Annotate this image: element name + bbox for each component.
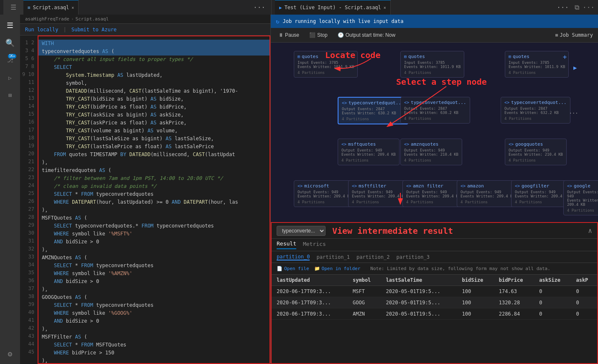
node-icon-goog: <> [567, 184, 572, 188]
node-stats-googq: Output Events: 949 [509, 148, 563, 152]
right-more-icon[interactable]: ··· [583, 3, 595, 11]
stop-label: Stop [317, 32, 328, 38]
partition-tab-2[interactable]: partition_2 [356, 254, 389, 260]
run-locally-btn[interactable]: Run locally [25, 27, 58, 33]
activity-settings[interactable]: ⚙ [3, 346, 17, 361]
node-part-msftq: 4 Partitions [341, 158, 396, 162]
node-stats-ms: Output Events: 949 [298, 190, 352, 194]
node-label-amznq: amznquotes [411, 142, 438, 147]
node-msftfilter[interactable]: <>msftfilter Output Events: 949 Events W… [348, 180, 410, 207]
node-label-msftf: msftfilter [359, 183, 386, 189]
partition-tab-0[interactable]: partition_0 [277, 254, 310, 260]
open-folder-btn[interactable]: 📁 Open in folder [314, 266, 361, 271]
node-quotes-3[interactable]: ⊞quotes Input Events: 3785 Events Writte… [505, 51, 569, 78]
cell-bidSize: 100 [457, 308, 494, 320]
node-amznfilter[interactable]: <>amzn filter Output Events: 949 Events … [402, 180, 464, 207]
node-icon-googq: <> [509, 142, 514, 147]
node-label-ms: microsoft [304, 183, 329, 189]
node-stats-msftf: Output Events: 949 [352, 190, 406, 194]
node-typeconv-selected[interactable]: <>typeconvertedquot... Output Events: 28… [338, 97, 408, 124]
live-tab-close[interactable]: × [384, 5, 386, 10]
node-amznquotes[interactable]: <>amznquotes Output Events: 949 Events W… [400, 139, 462, 165]
node-typeconv-3[interactable]: <>typeconvertedquot... Output Events: 28… [501, 97, 570, 124]
job-summary-button[interactable]: ≡ Job Summary [555, 32, 593, 38]
node-msftquotes[interactable]: <>msftquotes Output Events: 949 Events W… [338, 139, 400, 165]
node-written-q2: Events Written: 1011.9 KB [404, 65, 461, 69]
main-layout: ☰ 🔍 ⎇ ▷ ⊞ ⚙ asaHighFreqTrade › Script.as… [0, 15, 598, 364]
script-tab-close[interactable]: × [71, 5, 74, 10]
activity-search[interactable]: 🔍 [3, 35, 17, 50]
job-summary-label: Job Summary [560, 32, 593, 38]
cell-lastUpdated: 2020-06-17T09:3... [272, 308, 348, 320]
partition-tab-3[interactable]: partition_3 [396, 254, 429, 260]
node-stats-q2: Input Events: 3785 [404, 61, 461, 65]
script-tab-icon: ≡ [28, 5, 31, 10]
stop-button[interactable]: ⬛ Stop [307, 31, 330, 39]
left-tab-more[interactable]: ··· [251, 3, 268, 11]
node-part-q2: 4 Partitions [404, 71, 461, 75]
node-part-googq: 4 Partitions [509, 158, 563, 162]
submit-azure-btn[interactable]: Submit to Azure [71, 27, 117, 33]
activity-extensions[interactable]: ⊞ [3, 88, 17, 102]
activity-debug[interactable]: ▷ [3, 71, 17, 85]
right-tab-more[interactable]: ··· [554, 3, 571, 11]
activity-source-control[interactable]: ⎇ [3, 53, 17, 67]
diagram-area[interactable]: Locate code Select a step node [271, 43, 598, 222]
node-part-tc3: 4 Partitions [504, 116, 567, 121]
node-written-amznq: Events Written: 210.4 KB [404, 152, 458, 157]
result-tabs: Result Metrics [272, 239, 597, 251]
node-written-tc3: Events Written: 632.2 KB [504, 111, 567, 115]
node-icon-amznf: <> [406, 184, 411, 188]
cell-bidSize: 100 [457, 297, 494, 308]
output-time-button[interactable]: 🕐 Output start time: Now [335, 31, 398, 39]
open-file-btn[interactable]: 📄 Open file [277, 266, 309, 271]
node-icon-ms: <> [298, 184, 303, 188]
node-quotes-2[interactable]: ⊞quotes Input Events: 3785 Events Writte… [400, 51, 464, 78]
node-microsoft[interactable]: <>microsoft Output Events: 949 Events Wr… [294, 180, 356, 207]
right-panel: ↻ Job running locally with live input da… [271, 15, 598, 364]
pause-button[interactable]: ⏸ Pause [276, 31, 302, 39]
node-icon-tc3: <> [504, 100, 509, 105]
node-google[interactable]: <>google Output Events: 949 Events Writt… [563, 180, 598, 215]
live-tab-icon: ▶ [279, 5, 282, 10]
split-editor-icon[interactable]: ⧉ [575, 3, 579, 11]
cell-bidPrice: 2286.84 [494, 308, 534, 320]
node-googquotes[interactable]: <>googquotes Output Events: 949 Events W… [505, 139, 567, 165]
editor-panel: asaHighFreqTrade › Script.asaql Run loca… [20, 15, 271, 364]
tab-script[interactable]: ≡ Script.asaql × [23, 0, 79, 15]
title-bar-left: ☰ ≡ Script.asaql × ··· [0, 0, 272, 15]
node-icon-msftf: <> [352, 184, 357, 188]
node-stats-msftq: Output Events: 949 [341, 148, 396, 152]
job-status-text: Job running locally with live input data [282, 18, 403, 24]
partition-tab-1[interactable]: partition_1 [316, 254, 349, 260]
node-written-amznf: Events Written: 209.4 KB [406, 194, 461, 198]
node-icon-q3: ⊞ [509, 54, 511, 59]
title-bar: ☰ ≡ Script.asaql × ··· ▶ Test (Live Inpu… [0, 0, 598, 15]
node-written-googf: Events Written: 209.4 KB [515, 194, 569, 198]
node-written-amzn: Events Written: 209.4 KB [461, 194, 515, 198]
cell-lastUpdated: 2020-06-17T09:3... [272, 286, 348, 297]
output-time-label: Output start time: Now [346, 32, 395, 38]
tab-test-live[interactable]: ▶ Test (Live Input) - Script.asaql × [275, 0, 391, 15]
node-typeconv-2[interactable]: <>typeconvertedquot... Output Events: 28… [400, 97, 470, 124]
result-collapse-button[interactable]: ∧ [588, 227, 592, 235]
expand-icon[interactable]: ▶ [573, 64, 577, 71]
cell-askP: 0 [571, 308, 597, 320]
col-symbol: symbol [348, 275, 381, 286]
add-icon[interactable]: + [563, 53, 567, 61]
node-label-googq: googquotes [515, 142, 543, 147]
activity-explorer[interactable]: ☰ [3, 18, 17, 32]
tab-metrics[interactable]: Metrics [303, 241, 326, 249]
annotation-locate: Locate code [325, 50, 380, 60]
node-stats-amzn: Output Events: 949 [461, 190, 515, 194]
result-dropdown[interactable]: typeconverte... [277, 226, 326, 236]
tab-result[interactable]: Result [277, 240, 296, 249]
node-part-ms: 4 Partitions [298, 200, 352, 204]
node-part-amznq: 4 Partitions [404, 158, 458, 162]
cell-lastSaleTime: 2020-05-01T19:5... [381, 308, 457, 320]
code-editor[interactable]: WITHtypeconvertedquotes AS ( /* convert … [38, 35, 270, 364]
node-amazon[interactable]: <>amazon Output Events: 949 Events Writt… [457, 180, 519, 207]
node-icon-amzn: <> [461, 184, 466, 188]
breadcrumb-file: Script.asaql [76, 16, 109, 22]
node-stats-goog: Output Events: 949 [567, 190, 598, 198]
